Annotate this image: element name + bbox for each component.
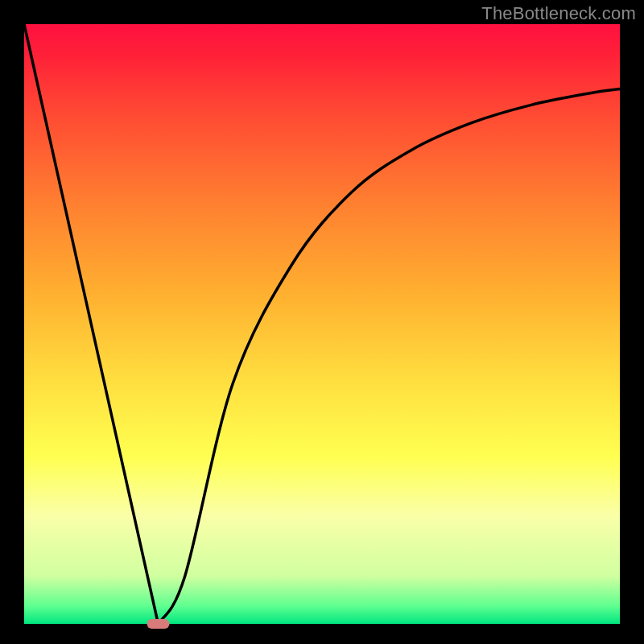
watermark-text: TheBottleneck.com [481,3,636,24]
chart-svg [0,0,644,644]
gradient-background [24,24,620,624]
minimum-marker [147,619,170,629]
chart-container: TheBottleneck.com [0,0,644,644]
